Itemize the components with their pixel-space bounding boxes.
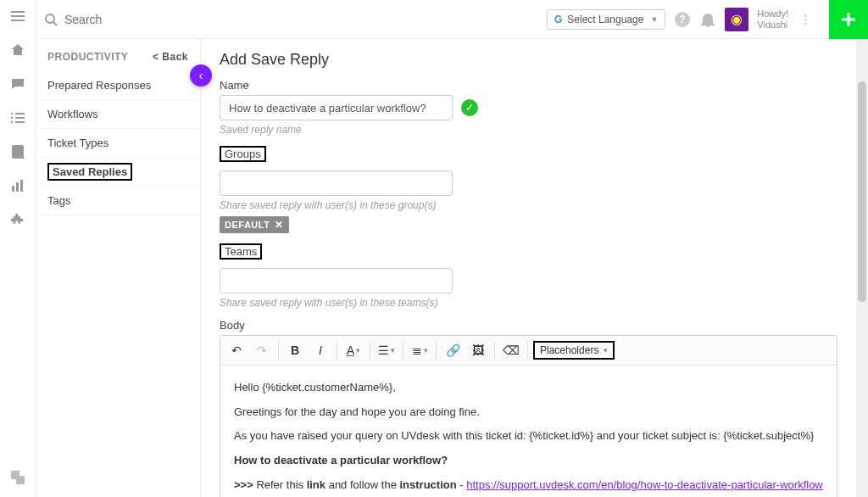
- name-hint: Saved reply name: [220, 124, 837, 136]
- scrollbar[interactable]: [856, 39, 868, 497]
- ul-button[interactable]: ☰ ▾: [376, 339, 398, 361]
- home-icon[interactable]: [10, 42, 25, 58]
- name-input[interactable]: [220, 95, 453, 120]
- teams-select[interactable]: [220, 268, 453, 293]
- valid-check-icon: ✓: [461, 99, 478, 116]
- placeholders-button[interactable]: Placeholders▾: [533, 341, 615, 360]
- search-icon[interactable]: [44, 13, 58, 26]
- collapse-sidebar-button[interactable]: ‹: [190, 64, 212, 87]
- svg-rect-1: [16, 182, 19, 192]
- undo-button[interactable]: ↶: [225, 339, 248, 361]
- translate-icon[interactable]: [10, 470, 25, 485]
- font-color-button[interactable]: A ▾: [342, 339, 364, 361]
- language-selector[interactable]: G Select Language ▼: [547, 9, 665, 30]
- svg-point-5: [46, 14, 54, 23]
- sidebar-section-title: PRODUCTIVITY: [47, 51, 128, 63]
- link-button[interactable]: 🔗: [442, 339, 464, 361]
- topbar: G Select Language ▼ ? ◉ Howdy! Vidushi ⋮: [36, 0, 868, 39]
- groups-hint: Share saved reply with user(s) in these …: [220, 199, 837, 211]
- puzzle-icon[interactable]: [10, 212, 25, 227]
- italic-button[interactable]: I: [309, 339, 331, 361]
- menu-icon[interactable]: [10, 8, 25, 24]
- svg-rect-2: [20, 180, 23, 192]
- editor-toolbar: ↶ ↷ B I A ▾ ☰ ▾ ≣ ▾ 🔗: [220, 336, 837, 366]
- search-input[interactable]: [64, 13, 234, 26]
- kebab-icon[interactable]: ⋮: [797, 11, 814, 28]
- add-button[interactable]: [829, 0, 868, 39]
- svg-rect-0: [12, 186, 14, 192]
- ol-button[interactable]: ≣ ▾: [409, 339, 431, 361]
- list-icon[interactable]: [10, 110, 25, 126]
- reports-icon[interactable]: [10, 178, 25, 193]
- sidebar-item-ticket-types[interactable]: Ticket Types: [36, 129, 200, 158]
- bold-button[interactable]: B: [284, 339, 306, 361]
- bell-icon[interactable]: [699, 11, 716, 28]
- form-panel: Add Save Reply Name ✓ Saved reply name G…: [201, 39, 856, 497]
- language-label: Select Language: [567, 14, 643, 25]
- groups-select[interactable]: [220, 170, 453, 196]
- sidebar-item-tags[interactable]: Tags: [36, 187, 200, 215]
- back-link[interactable]: < Back: [153, 51, 188, 63]
- redo-button[interactable]: ↷: [251, 339, 273, 361]
- sidebar-item-prepared-responses[interactable]: Prepared Responses: [36, 71, 200, 100]
- chip-remove-icon[interactable]: ✕: [275, 219, 284, 231]
- body-label: Body: [220, 319, 837, 332]
- chat-icon[interactable]: [10, 76, 25, 92]
- clear-format-button[interactable]: ⌫: [500, 339, 522, 361]
- teams-hint: Share saved reply with user(s) in these …: [220, 297, 837, 309]
- book-icon[interactable]: [10, 144, 25, 159]
- groups-label: Groups: [220, 146, 266, 162]
- sidebar-item-workflows[interactable]: Workflows: [36, 100, 200, 129]
- avatar[interactable]: ◉: [725, 8, 748, 31]
- chevron-down-icon: ▼: [650, 15, 658, 24]
- sidebar-item-saved-replies[interactable]: Saved Replies: [36, 158, 200, 187]
- help-icon[interactable]: ?: [674, 11, 691, 28]
- sidebar: PRODUCTIVITY < Back Prepared Responses W…: [36, 39, 201, 497]
- name-label: Name: [220, 79, 837, 92]
- group-chip-default[interactable]: DEFAULT ✕: [220, 216, 289, 233]
- editor-body[interactable]: Hello {%ticket.customerName%}, Greetings…: [220, 366, 837, 497]
- user-greeting: Howdy! Vidushi: [757, 8, 788, 31]
- image-button[interactable]: 🖼: [467, 339, 489, 361]
- page-title: Add Save Reply: [220, 51, 837, 69]
- left-rail: [0, 0, 36, 497]
- svg-text:?: ?: [680, 14, 686, 25]
- teams-label: Teams: [220, 243, 262, 260]
- instruction-link[interactable]: https://support.uvdesk.com/en/blog/how-t…: [466, 478, 823, 491]
- svg-rect-4: [16, 476, 25, 484]
